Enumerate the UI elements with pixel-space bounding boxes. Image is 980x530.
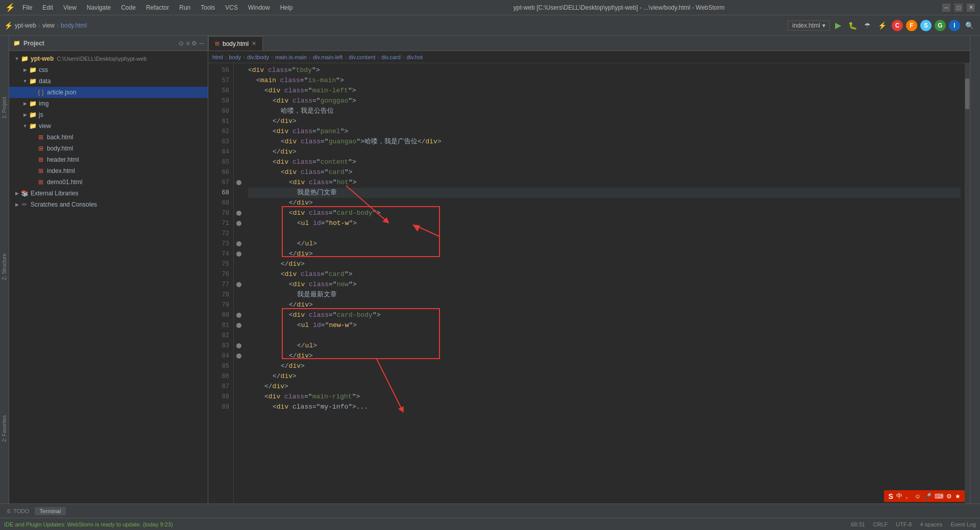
favorites-tool-window-label[interactable]: 2: Favorites	[2, 415, 7, 442]
bc-sep-2: ›	[243, 54, 245, 60]
status-indent[interactable]: 4 spaces	[920, 521, 942, 527]
menu-edit[interactable]: Edit	[39, 4, 56, 11]
search-everywhere-button[interactable]: 🔍	[963, 20, 976, 31]
menu-view[interactable]: View	[60, 4, 80, 11]
bc-body[interactable]: body	[229, 54, 241, 60]
g-78	[234, 290, 244, 300]
tree-item-img[interactable]: ▶ 📁 img	[9, 98, 208, 109]
bc-div-tbody[interactable]: div.tbody	[247, 54, 269, 60]
menu-tools[interactable]: Tools	[198, 4, 218, 11]
tab-body-html[interactable]: ⊞ body.html ✕	[208, 36, 263, 51]
profile-button[interactable]: ⚡	[876, 20, 889, 31]
ime-punct-icon[interactable]: 。	[905, 492, 912, 500]
tree-item-ypt-web-root[interactable]: ▼ 📁 ypt-web C:\Users\DELL\Desktop\ypt\yp…	[9, 53, 208, 64]
code-content[interactable]: <div class="tbdy"> <main class="is-main"…	[244, 63, 965, 503]
panel-collapse-icon[interactable]: ≡	[186, 40, 189, 47]
panel-settings-icon[interactable]: ⚙	[191, 40, 197, 47]
g-77	[234, 280, 244, 290]
menu-run[interactable]: Run	[176, 4, 193, 11]
tree-item-js[interactable]: ▶ 📁 js	[9, 109, 208, 120]
tab-terminal[interactable]: Terminal	[35, 507, 66, 515]
back-html-icon: ⊞	[37, 133, 45, 141]
bc-div-hot[interactable]: div.hot	[407, 54, 423, 60]
firefox-icon[interactable]: F	[906, 20, 917, 31]
run-config-dropdown[interactable]: index.html ▾	[788, 20, 830, 31]
status-encoding[interactable]: UTF-8	[896, 521, 912, 527]
bc-main-ismain[interactable]: main.is-main	[275, 54, 307, 60]
maximize-button[interactable]: □	[954, 4, 963, 12]
ime-keyboard-icon[interactable]: ⌨	[935, 493, 943, 500]
menu-code[interactable]: Code	[118, 4, 139, 11]
minimize-button[interactable]: ─	[942, 4, 950, 12]
opera-icon[interactable]: G	[935, 20, 946, 31]
menu-vcs[interactable]: VCS	[222, 4, 241, 11]
run-button[interactable]: ▶	[833, 19, 843, 31]
status-line-ending[interactable]: CRLF	[873, 521, 888, 527]
code-line-59: <div class="gonggao">	[248, 96, 961, 106]
safari-icon[interactable]: S	[920, 20, 932, 31]
status-event-log[interactable]: Event Log	[950, 521, 976, 527]
code-line-84: </div>	[248, 351, 961, 361]
tree-item-article-json[interactable]: ▶ { } article.json	[9, 87, 208, 98]
tree-arrow-css: ▶	[21, 66, 29, 73]
g-81	[234, 320, 244, 331]
ln-80: 80	[208, 310, 233, 320]
ie-icon[interactable]: I	[949, 20, 960, 31]
g-77-arrow	[236, 282, 241, 287]
tree-item-view[interactable]: ▼ 📁 view	[9, 120, 208, 132]
tree-item-scratches[interactable]: ▶ ✏ Scratches and Consoles	[9, 199, 208, 210]
editor-area: ⊞ body.html ✕ html › body › div.tbody › …	[208, 36, 970, 503]
menu-file[interactable]: File	[19, 4, 35, 11]
bc-div-card[interactable]: div.card	[381, 54, 401, 60]
tab-todo[interactable]: 6: TODO	[2, 507, 35, 515]
title-bar: ⚡ File Edit View Navigate Code Refactor …	[0, 0, 980, 15]
tree-item-header-html[interactable]: ▶ ⊞ header.html	[9, 154, 208, 165]
bc-div-content[interactable]: div.content	[349, 54, 375, 60]
tab-close-icon[interactable]: ✕	[252, 40, 256, 47]
tree-item-back-html[interactable]: ▶ ⊞ back.html	[9, 132, 208, 143]
chrome-icon[interactable]: C	[892, 20, 903, 31]
ime-mic-icon[interactable]: 🎤	[924, 493, 932, 500]
toolbar-view-label[interactable]: view	[42, 22, 55, 29]
vertical-scrollbar[interactable]	[965, 63, 970, 503]
panel-minimize-icon[interactable]: ─	[199, 40, 204, 47]
close-button[interactable]: ✕	[967, 4, 975, 12]
tree-label-header-html: header.html	[47, 156, 79, 163]
tree-label-article-json: article.json	[47, 89, 76, 96]
bc-html[interactable]: html	[212, 54, 223, 60]
bottom-tabs: 6: TODO Terminal	[0, 503, 980, 518]
panel-locate-icon[interactable]: ⊙	[179, 40, 184, 47]
ime-zhong-icon[interactable]: 中	[896, 492, 902, 500]
ime-emoji-icon[interactable]: ☺	[915, 493, 921, 500]
status-cursor[interactable]: 68:31	[851, 521, 865, 527]
bc-div-mainleft[interactable]: div.main-left	[313, 54, 342, 60]
menu-window[interactable]: Window	[245, 4, 273, 11]
debug-button[interactable]: 🐛	[846, 20, 859, 31]
toolbar-project-label[interactable]: ypt-web	[15, 22, 36, 29]
toolbar-file-label[interactable]: body.html	[61, 22, 87, 29]
tree-item-index-html[interactable]: ▶ ⊞ index.html	[9, 165, 208, 176]
coverage-button[interactable]: ☂	[862, 20, 873, 31]
tree-item-demo01-html[interactable]: ▶ ⊞ demo01.html	[9, 176, 208, 188]
menu-refactor[interactable]: Refactor	[143, 4, 172, 11]
g-74	[234, 249, 244, 259]
code-line-57: <main class="is-main">	[248, 75, 961, 86]
menu-help[interactable]: Help	[277, 4, 296, 11]
tree-label-index-html: index.html	[47, 167, 75, 174]
scrollbar-thumb[interactable]	[965, 79, 969, 109]
g-72	[234, 229, 244, 239]
tree-item-css[interactable]: ▶ 📁 css	[9, 64, 208, 75]
menu-navigate[interactable]: Navigate	[84, 4, 114, 11]
index-html-icon: ⊞	[37, 167, 45, 175]
tree-item-body-html[interactable]: ▶ ⊞ body.html	[9, 143, 208, 154]
right-sidebar	[970, 36, 980, 503]
css-folder-icon: 📁	[29, 66, 37, 74]
structure-tool-window-label[interactable]: Z: Structure	[2, 254, 7, 280]
g-83-arrow	[236, 343, 241, 348]
project-tool-window-label[interactable]: 1: Project	[2, 97, 7, 118]
ime-tool1-icon[interactable]: ⚙	[946, 493, 952, 500]
tree-item-data[interactable]: ▼ 📁 data	[9, 75, 208, 87]
ime-tool2-icon[interactable]: ★	[955, 493, 961, 500]
ln-86: 86	[208, 371, 233, 382]
tree-item-external-libraries[interactable]: ▶ 📚 External Libraries	[9, 188, 208, 199]
